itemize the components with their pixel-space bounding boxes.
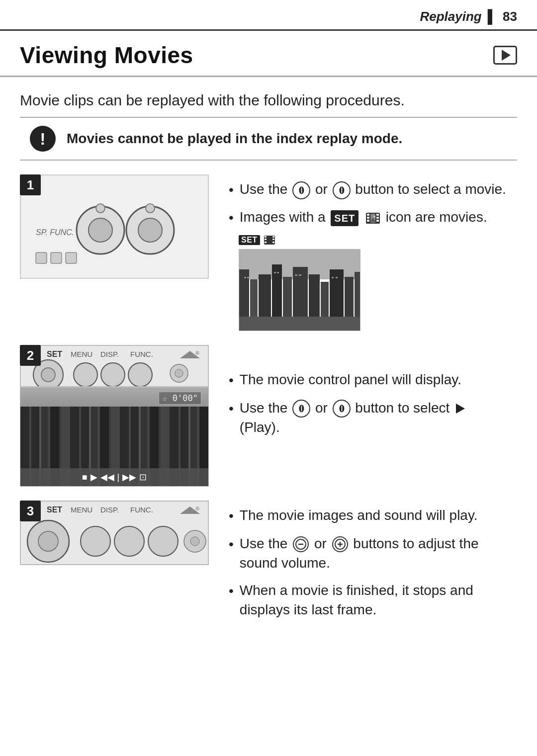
svg-rect-8 — [36, 252, 47, 263]
plus-circle-icon — [335, 539, 346, 550]
step-3-camera-panel: SET MENU DISP. FUNC. — [20, 501, 209, 565]
svg-rect-16 — [376, 217, 379, 219]
svg-point-54 — [195, 351, 199, 355]
vol-up-icon — [332, 536, 348, 552]
svg-point-56 — [41, 368, 55, 382]
stop-icon: ■ — [82, 472, 88, 483]
step-3-bullet-2: Use the or — [229, 534, 517, 573]
intro-paragraph: Movie clips can be replayed with the fol… — [0, 77, 537, 117]
step-1-bullet-2: Images with a SET — [229, 207, 517, 227]
rewind-icon: ◀◀ — [100, 472, 114, 483]
svg-rect-47 — [332, 277, 334, 278]
step-1-city-svg — [239, 249, 360, 331]
svg-rect-17 — [376, 220, 379, 222]
svg-text:FUNC.: FUNC. — [130, 350, 153, 358]
film-strip-icon — [366, 213, 380, 224]
svg-point-70 — [81, 526, 110, 556]
svg-point-58 — [101, 363, 125, 387]
step-1-badge: 1 — [20, 174, 41, 195]
film-icon-small — [264, 236, 275, 245]
step-1-image-col: 1 SP. FUNC. — [20, 174, 209, 279]
dial-right-icon: 𝟎 — [333, 181, 351, 199]
step-3-image-col: 3 SET MENU DISP. FUNC. — [20, 501, 209, 565]
svg-rect-15 — [376, 214, 379, 216]
step2-dial-right: 𝟎 — [333, 400, 351, 418]
step-1-text-col: Use the 𝟎 or 𝟎 button to select a movie.… — [229, 174, 517, 331]
step-3-text-col: The movie images and sound will play. Us… — [229, 501, 517, 627]
warning-box: ! Movies cannot be played in the index r… — [20, 117, 517, 161]
step-1-bullets: Use the 𝟎 or 𝟎 button to select a movie.… — [229, 179, 517, 227]
svg-rect-48 — [336, 277, 338, 278]
title-section: Viewing Movies — [0, 31, 537, 77]
separator-icon: | — [117, 472, 120, 483]
step-2-city-photo: ☆ 0'00" ■ ▶ ◀◀ | ▶▶ ⊡ — [20, 387, 209, 487]
svg-point-74 — [190, 537, 199, 546]
svg-point-72 — [148, 526, 178, 556]
svg-rect-25 — [272, 236, 274, 238]
svg-point-57 — [74, 363, 97, 387]
svg-point-61 — [175, 369, 183, 377]
forward-icon: ▶▶ — [122, 472, 136, 483]
set-tag-row: SET — [239, 235, 517, 245]
svg-rect-41 — [244, 277, 246, 278]
svg-text:MENU: MENU — [71, 350, 92, 358]
svg-point-67 — [195, 506, 199, 510]
svg-rect-44 — [277, 272, 279, 273]
svg-point-3 — [89, 218, 112, 242]
play-ctrl-icon: ▶ — [90, 472, 97, 483]
separator: ▌ — [488, 9, 497, 24]
svg-text:DISP.: DISP. — [100, 505, 119, 514]
svg-rect-27 — [272, 242, 274, 243]
svg-point-69 — [38, 531, 58, 551]
step-2-bullet-1: The movie control panel will display. — [229, 370, 517, 390]
step-1-diagram-wrapper: 1 SP. FUNC. — [20, 174, 209, 279]
svg-rect-46 — [299, 274, 301, 276]
svg-text:SP. FUNC.: SP. FUNC. — [36, 228, 74, 237]
set-tag: SET — [239, 235, 260, 245]
svg-rect-14 — [367, 220, 369, 222]
svg-rect-43 — [274, 272, 276, 273]
step-2-camera-panel: SET MENU DISP. FUNC. — [20, 345, 209, 387]
play-triangle-icon — [502, 50, 511, 61]
svg-rect-24 — [265, 242, 267, 243]
svg-text:SET: SET — [47, 350, 62, 358]
svg-rect-45 — [295, 274, 297, 276]
step-2-image-col: 2 SET MENU DISP. FUNC. — [20, 345, 209, 487]
step-2-bullets: The movie control panel will display. Us… — [229, 370, 517, 437]
minus-circle-icon — [295, 539, 306, 550]
svg-text:MENU: MENU — [71, 505, 92, 514]
content-area: 1 SP. FUNC. — [0, 174, 537, 641]
step-2-diagram-wrapper: 2 SET MENU DISP. FUNC. — [20, 345, 209, 487]
step-1-bullet-1: Use the 𝟎 or 𝟎 button to select a movie. — [229, 179, 517, 199]
exclamation-icon: ! — [40, 130, 45, 147]
step-3-badge: 3 — [20, 501, 41, 521]
step-1-camera-diagram: SP. FUNC. — [20, 174, 209, 279]
play-triangle-inline — [456, 404, 465, 414]
page-number: 83 — [503, 9, 517, 24]
step-1-city-photo-area: SET — [239, 235, 517, 331]
step-1-row: 1 SP. FUNC. — [20, 174, 517, 331]
step-3-bullets: The movie images and sound will play. Us… — [229, 505, 517, 619]
time-display: ☆ 0'00" — [159, 392, 201, 405]
svg-point-7 — [146, 204, 155, 213]
svg-rect-10 — [66, 252, 77, 263]
svg-point-20 — [373, 216, 375, 218]
svg-text:DISP.: DISP. — [100, 350, 119, 358]
svg-rect-13 — [367, 217, 369, 219]
step2-dial-left: 𝟎 — [292, 400, 310, 418]
section-label: Replaying — [420, 9, 481, 24]
step-3-row: 3 SET MENU DISP. FUNC. — [20, 501, 517, 627]
svg-rect-9 — [51, 252, 62, 263]
end-icon: ⊡ — [139, 472, 147, 483]
dial-left-icon: 𝟎 — [292, 181, 310, 199]
warning-text: Movies cannot be played in the index rep… — [67, 131, 402, 147]
svg-rect-12 — [367, 214, 369, 216]
svg-point-59 — [128, 363, 152, 387]
play-icon-inline — [453, 403, 467, 415]
step-2-text-col: The movie control panel will display. Us… — [229, 345, 517, 445]
step-2-badge: 2 — [20, 345, 41, 366]
svg-point-4 — [96, 204, 105, 213]
svg-point-6 — [138, 218, 162, 242]
svg-rect-26 — [272, 239, 274, 240]
set-icon-badge: SET — [331, 210, 358, 226]
